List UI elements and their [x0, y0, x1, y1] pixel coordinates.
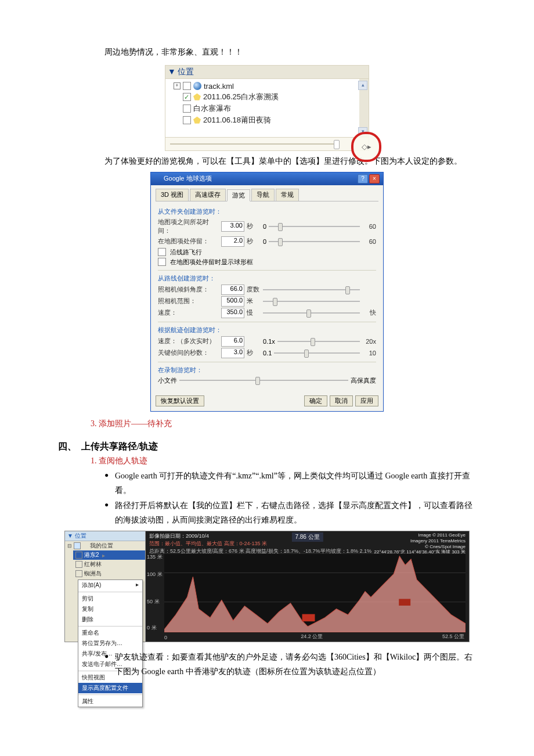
ctx-delete[interactable]: 删除: [78, 614, 142, 625]
elevation-chart: 7.86 公里 Image © 2011 GeoEye Imagery 2011…: [146, 531, 469, 642]
slider-time-between[interactable]: [269, 226, 360, 227]
left-item[interactable]: 港东2▸: [73, 550, 145, 560]
bullet-elevation-profile: 路径打开后将默认在【我的位置】栏下，右键点击路径，选择【显示高度配置文件】，可以…: [104, 499, 476, 527]
input-range[interactable]: 500.0: [221, 296, 244, 307]
ctx-copy[interactable]: 复制: [78, 604, 142, 614]
elevation-plot: [164, 553, 466, 632]
lbl-show-balloon: 在地图项处停留时显示球形框: [170, 258, 253, 267]
min-label: 0.1: [263, 350, 272, 357]
unit-sec: 秒: [247, 237, 261, 246]
restore-defaults-button[interactable]: 恢复默认设置: [156, 395, 204, 406]
min-label: 0.1x: [263, 338, 275, 345]
tab-cache[interactable]: 高速缓存: [190, 189, 226, 201]
collapse-icon: ▼: [168, 67, 176, 76]
para-terrain: 周边地势情况，非常形象、直观！！！: [104, 45, 476, 59]
section4-list: 查阅他人轨迹: [58, 455, 476, 467]
tab-general[interactable]: 常规: [276, 189, 299, 201]
xtick: 0: [164, 635, 167, 640]
play-tour-highlight: ◇▸: [351, 132, 381, 162]
cancel-button[interactable]: 取消: [330, 395, 353, 406]
checkbox[interactable]: [183, 93, 191, 101]
tree-item-waterfall[interactable]: 白水寨瀑布: [174, 103, 358, 114]
ytick: 50 米: [147, 598, 160, 606]
bullet-wikiloc: 驴友轨迹查看：如要查看其他驴友的户外足迹，请务必勾选【360Cities】和【W…: [104, 650, 476, 679]
ctx-properties[interactable]: 属性: [78, 696, 142, 707]
places-title: 位置: [178, 67, 194, 76]
tree-item-baishuizhai-trek[interactable]: 2011.06.25白水寨溯溪: [174, 91, 358, 103]
myplaces-label: 我的位置: [90, 542, 113, 550]
ok-button[interactable]: 确定: [304, 395, 327, 406]
slider-tilt[interactable]: [263, 289, 360, 290]
path-icon: [193, 117, 201, 124]
places-header[interactable]: ▼ 位置: [165, 66, 369, 79]
myplaces-item[interactable]: ⊟ 我的位置: [65, 541, 145, 550]
globe-icon: [82, 543, 88, 549]
left-panel: ▼ 位置 ⊟ 我的位置 港东2▸ 红树林 蜘洲岛 添加(A)▸ 剪切 复制 删除…: [65, 531, 146, 642]
chk-show-balloon[interactable]: [158, 258, 166, 266]
ctx-elevation-profile[interactable]: 显示高度配置文件: [78, 683, 142, 693]
ctx-cut[interactable]: 剪切: [78, 593, 142, 604]
help-button[interactable]: ?: [358, 174, 368, 183]
ytick: 100 米: [147, 571, 163, 578]
min-label: 0: [263, 238, 266, 245]
ctx-rename[interactable]: 重命名: [78, 628, 142, 638]
slider-quality[interactable]: [179, 380, 348, 381]
lbl-wait-at: 在地图项处停留：: [158, 237, 219, 246]
input-wait-at[interactable]: 2.0: [221, 236, 244, 247]
app-icon: [154, 175, 161, 182]
close-button[interactable]: ×: [369, 174, 380, 183]
ctx-add[interactable]: 添加(A)▸: [78, 580, 142, 591]
ytick: 0 米: [147, 624, 157, 632]
tab-3dview[interactable]: 3D 视图: [156, 189, 189, 201]
input-tilt[interactable]: 66.0: [221, 285, 244, 295]
xtick: 52.5 公里: [442, 633, 464, 640]
tab-nav[interactable]: 导航: [251, 189, 275, 201]
section-from-track: 根据航迹创建游览时：: [158, 326, 376, 334]
scroll-up-icon[interactable]: ▴: [358, 81, 367, 90]
max-label: 60: [362, 223, 376, 230]
slider-keyframe[interactable]: [274, 352, 360, 354]
para-options: 为了体验更好的游览视角，可以在【工具】菜单中的【选项】里进行修改。下图为本人设定…: [104, 154, 476, 168]
input-keyframe-sec[interactable]: 3.0: [221, 348, 244, 358]
places-panel: ▼ 位置 + track.kml 2011.06.25白水寨溯溪 白水寨瀑布: [165, 65, 369, 151]
lbl-fly-along: 沿线路飞行: [170, 248, 202, 257]
expand-icon[interactable]: +: [174, 82, 181, 89]
opacity-slider[interactable]: ◇▸: [165, 137, 369, 150]
tree-label: 2011.06.25白水寨溯溪: [203, 92, 279, 102]
lbl-track-speed: 速度：（多次实时）: [158, 337, 219, 345]
ordered-list: 添加照片——待补充: [58, 417, 476, 430]
distance-badge: 7.86 公里: [291, 532, 323, 542]
slider-range[interactable]: [263, 301, 360, 302]
left-places-header[interactable]: ▼ 位置: [65, 531, 145, 541]
input-time-between[interactable]: 3.00: [221, 221, 244, 232]
left-item[interactable]: 红树林: [73, 560, 145, 569]
tree-label: track.kml: [204, 82, 234, 91]
elevation-figure: ▼ 位置 ⊟ 我的位置 港东2▸ 红树林 蜘洲岛 添加(A)▸ 剪切 复制 删除…: [64, 531, 470, 642]
input-speed[interactable]: 350.0: [221, 308, 244, 318]
tab-tour[interactable]: 游览: [227, 189, 250, 201]
slider-speed[interactable]: [263, 312, 360, 314]
tree-item-track[interactable]: + track.kml: [174, 81, 358, 91]
ctx-saveas[interactable]: 将位置另存为…: [78, 638, 142, 649]
bullet-kmz-kml: Google earth 可打开的轨迹文件有“.kmz”“.kml”等，网上类似…: [104, 469, 476, 498]
max-label: 20x: [362, 338, 376, 345]
section-from-folder: 从文件夹创建游览时：: [158, 207, 376, 216]
lbl-small-file: 小文件: [158, 376, 177, 385]
tree-label: 白水寨瀑布: [193, 103, 231, 114]
max-label: 10: [362, 350, 376, 357]
unit-deg: 度数: [247, 285, 261, 294]
imagery-credits: Image © 2011 GeoEye Imagery 2011 TerraMe…: [374, 532, 466, 555]
slider-wait-at[interactable]: [269, 241, 360, 242]
chk-fly-along[interactable]: [158, 248, 166, 256]
checkbox[interactable]: [183, 105, 191, 113]
slider-track-speed[interactable]: [277, 341, 360, 342]
tree-item-putian-ride[interactable]: 2011.06.18莆田夜骑: [174, 114, 358, 126]
stats-line1: 范围：最小值、平均值、最大值 高度：0-24-135 米: [149, 541, 267, 546]
checkbox[interactable]: [183, 116, 191, 124]
input-track-speed[interactable]: 6.0: [221, 336, 244, 347]
imagery-date: 影像拍摄日期：2009/10/4: [149, 533, 209, 539]
checkbox[interactable]: [183, 82, 191, 90]
play-tour-icon[interactable]: ◇▸: [362, 142, 371, 152]
left-item[interactable]: 蜘洲岛: [73, 569, 145, 578]
apply-button[interactable]: 应用: [355, 395, 378, 406]
